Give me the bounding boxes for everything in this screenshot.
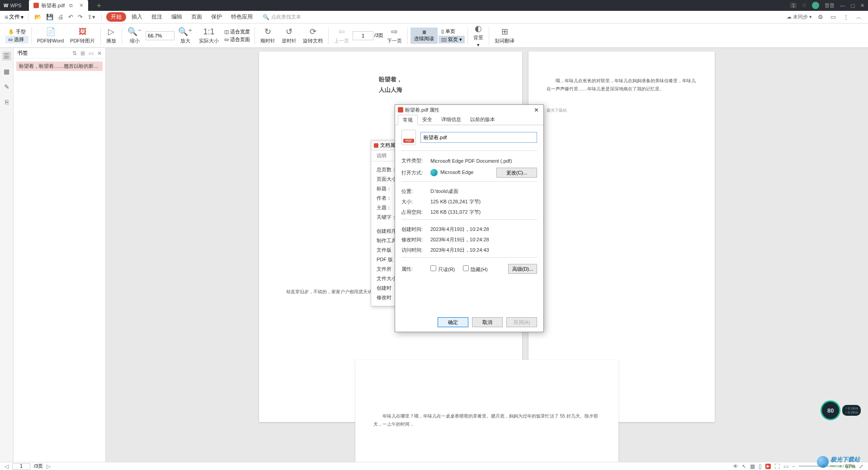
tab-previous-versions[interactable]: 以前的版本 [466, 115, 500, 125]
tab-title: 盼望着.pdf [42, 2, 65, 9]
document-canvas[interactable]: 盼望着， 人山人海 却直穿旧岁，不错的，家家户户都用震天动地的爆竹来摧擢新年的期… [106, 48, 868, 462]
layout-icon[interactable]: ▭ [783, 463, 788, 470]
double-page-button[interactable]: ▯▯ 双页 ▾ [439, 36, 465, 43]
pdf-to-image-button[interactable]: 🖼PDF转图片 [67, 26, 98, 45]
new-tab-button[interactable]: ＋ [95, 1, 103, 10]
menu-annotate[interactable]: 批注 [148, 12, 166, 22]
eye-icon[interactable]: 👁 [733, 463, 738, 470]
select-tool[interactable]: ▭选择 [5, 36, 28, 43]
bookmark-expand-icon[interactable]: ⊞ [80, 50, 85, 56]
collapse-ribbon-icon[interactable]: ︿ [855, 13, 863, 21]
tab-restore-icon[interactable]: ⧉ [69, 3, 73, 9]
page-input[interactable] [353, 31, 373, 40]
undo-icon[interactable]: ↶ [67, 14, 75, 20]
prev-page-button[interactable]: ⇦上一页 [331, 26, 352, 45]
search-placeholder[interactable]: 点此查找文本 [271, 14, 301, 20]
actual-size-button[interactable]: 1:1实际大小 [196, 26, 222, 45]
cursor-icon[interactable]: ↖ [742, 463, 746, 470]
hand-tool[interactable]: ✋手型 [5, 28, 28, 36]
fit-width-button[interactable]: ◫ 适合宽度 [224, 28, 250, 35]
minimize-icon[interactable]: — [840, 3, 845, 8]
tab-security[interactable]: 安全 [418, 115, 437, 125]
close-window-icon[interactable]: ✕ [860, 3, 864, 9]
zoom-in-button[interactable]: 🔍⁺放大 [175, 26, 195, 45]
ok-button[interactable]: 确定 [438, 317, 468, 327]
status-page-input[interactable] [12, 463, 30, 470]
value-disk: 128 KB (131,072 字节) [430, 209, 537, 216]
menu-insert[interactable]: 插入 [128, 12, 146, 22]
document-tab[interactable]: 盼望着.pdf ⧉ ✕ [29, 0, 88, 11]
main-area: ☰ ▦ ✎ ⎘ 书签 ⇅ ⊞ ▭ ✕ 盼望着，盼望着……翘首以盼的新年近了… 盼… [0, 48, 868, 462]
properties-tabs: 常规 安全 详细信息 以前的版本 [395, 115, 543, 125]
redo-icon[interactable]: ↷ [76, 14, 84, 20]
value-modified: 2023年4月19日，10:24:28 [430, 236, 537, 243]
apply-button[interactable]: 应用(A) [506, 317, 537, 327]
pdf-icon [33, 3, 39, 8]
value-size: 125 KB (128,241 字节) [430, 198, 537, 205]
export-icon[interactable]: ⇪▾ [86, 14, 97, 20]
page-mode-icon[interactable]: ▯ [759, 463, 762, 470]
bookmark-close-icon[interactable]: ✕ [97, 50, 102, 56]
menu-special[interactable]: 特色应用 [227, 12, 256, 22]
single-page-button[interactable]: ▯ 单页 [439, 28, 465, 35]
pdf-file-icon [401, 130, 416, 145]
change-button[interactable]: 更改(C)... [496, 168, 537, 178]
filename-input[interactable] [420, 132, 537, 143]
tab-description[interactable]: 说明 [377, 152, 387, 159]
zoom-input[interactable] [146, 31, 175, 40]
file-menu[interactable]: ≡ 文件 ▾ [5, 13, 24, 21]
more-icon[interactable]: ⋮ [842, 14, 850, 20]
bookmark-item[interactable]: 盼望着，盼望着……翘首以盼的新年近了… [16, 61, 103, 71]
first-page-icon[interactable]: ◁ [5, 463, 9, 470]
rotate-cw-button[interactable]: ↻顺时针 [258, 26, 278, 45]
thumbnails-rail-icon[interactable]: ▦ [2, 67, 11, 76]
menu-page[interactable]: 页面 [188, 12, 206, 22]
advanced-button[interactable]: 高级(D)... [508, 264, 537, 274]
fit-page-button[interactable]: ▭ 适合页面 [224, 36, 250, 43]
skin-icon[interactable]: ▭ [829, 14, 837, 20]
hamburger-icon[interactable]: ≡ [5, 14, 8, 21]
rotate-ccw-button[interactable]: ↺逆时针 [279, 26, 299, 45]
search-icon[interactable]: 🔍 [263, 14, 269, 20]
fit-icon[interactable]: ⛶ [774, 463, 780, 470]
cancel-button[interactable]: 取消 [472, 317, 503, 327]
record-icon[interactable]: ▶ [765, 464, 771, 469]
zoom-out-icon[interactable]: − [792, 463, 795, 470]
bookmark-jump-icon[interactable]: ▭ [89, 50, 94, 56]
background-button[interactable]: ◐背景▾ [471, 23, 486, 49]
print-icon[interactable]: 🖨 [57, 14, 65, 20]
tab-close-icon[interactable]: ✕ [79, 2, 84, 9]
maximize-icon[interactable]: ▢ [850, 3, 855, 9]
gift-icon[interactable]: ♡ [802, 3, 807, 9]
bookmarks-rail-icon[interactable]: ☰ [2, 52, 11, 61]
sync-status[interactable]: ☁ 未同步 ▾ [787, 14, 812, 20]
performance-widget[interactable]: 80 ↑ 0.1K/s ↓ 0.2K/s [821, 400, 861, 420]
user-avatar[interactable] [812, 2, 819, 9]
gear-icon[interactable]: ⚙ [816, 14, 825, 20]
close-icon[interactable]: ✕ [532, 107, 541, 113]
open-icon[interactable]: 📂 [33, 14, 43, 20]
hidden-checkbox[interactable]: 隐藏(H) [463, 265, 487, 273]
title-bar: W WPS 盼望着.pdf ⧉ ✕ ＋ 1 ♡ 普普 — ▢ ✕ [0, 0, 868, 11]
tab-general[interactable]: 常规 [398, 115, 418, 125]
rotate-doc-button[interactable]: ⟳旋转文档 [300, 26, 326, 45]
menu-start[interactable]: 开始 [106, 12, 126, 22]
continuous-read-button[interactable]: ≣连续阅读 [410, 28, 438, 44]
notification-badge[interactable]: 1 [790, 3, 797, 8]
play-button[interactable]: ▷播放 [104, 26, 119, 45]
pdf-to-word-button[interactable]: 📄PDF转Word [34, 26, 66, 45]
translate-button[interactable]: ⊞划词翻译 [492, 26, 517, 45]
grid-icon[interactable]: ▦ [750, 463, 755, 470]
zoom-out-button[interactable]: 🔍⁻缩小 [125, 26, 145, 45]
annotations-rail-icon[interactable]: ✎ [2, 82, 11, 91]
page-total: /3页 [374, 32, 383, 39]
menu-edit[interactable]: 编辑 [168, 12, 186, 22]
next-page-button[interactable]: ⇨下一页 [384, 26, 405, 45]
save-icon[interactable]: 💾 [45, 14, 55, 20]
menu-protect[interactable]: 保护 [208, 12, 226, 22]
attachments-rail-icon[interactable]: ⎘ [2, 98, 11, 107]
tab-details[interactable]: 详细信息 [437, 115, 466, 125]
last-page-icon[interactable]: ▷ [47, 463, 51, 470]
bookmark-sort-icon[interactable]: ⇅ [72, 50, 77, 56]
readonly-checkbox[interactable]: 只读(R) [430, 265, 455, 273]
